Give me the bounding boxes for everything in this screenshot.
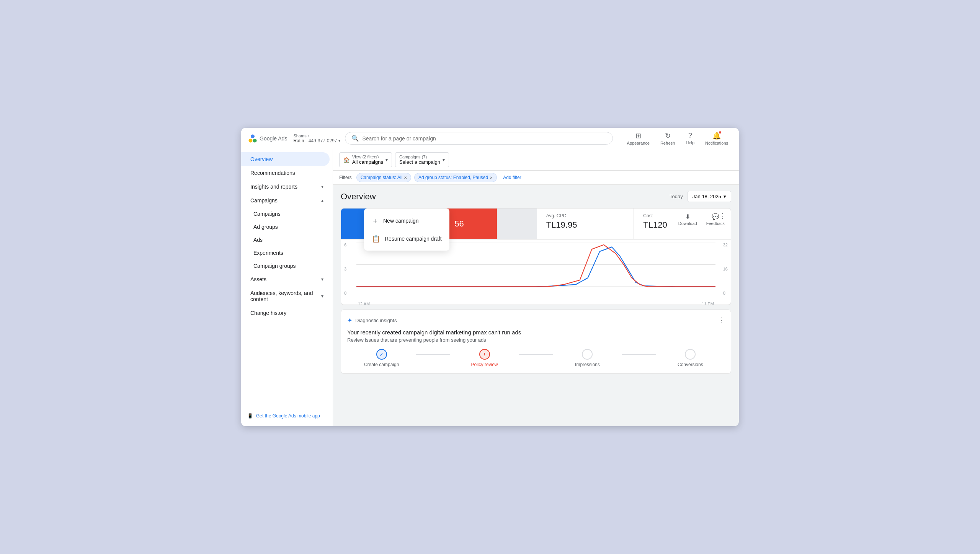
bar-chart-section: 6 56 ＋ New campaign <box>341 209 537 239</box>
mobile-app-link[interactable]: 📱 Get the Google Ads mobile app <box>247 413 327 419</box>
sidebar-section-campaigns[interactable]: Campaigns ▴ <box>241 194 333 207</box>
campaigns-chevron-icon: ▴ <box>321 198 323 203</box>
step-impressions: Impressions <box>553 349 622 367</box>
diagnostic-icon: ✦ <box>347 317 352 324</box>
refresh-icon: ↻ <box>665 132 671 140</box>
refresh-button[interactable]: ↻ Refresh <box>656 129 680 148</box>
chart-x-labels: 12 AM 11 PM <box>356 301 715 305</box>
avg-cpc-metric: Avg. CPC TL19.95 <box>537 209 634 239</box>
sidebar-section-audiences[interactable]: Audiences, keywords, and content ▾ <box>241 286 333 306</box>
sidebar-item-overview[interactable]: Overview <box>241 152 330 166</box>
y-right-mid: 16 <box>723 267 728 271</box>
search-input[interactable] <box>362 135 606 142</box>
sidebar-item-campaigns[interactable]: Campaigns <box>241 207 333 220</box>
google-ads-icon <box>247 133 258 144</box>
notifications-icon: 🔔 <box>712 132 721 140</box>
dropdown-resume-draft[interactable]: 📋 Resume campaign draft <box>364 230 449 248</box>
account-id[interactable]: Ratin 449-377-0297 ▾ <box>293 138 340 143</box>
help-label: Help <box>686 140 694 145</box>
sidebar-top: Overview Recommendations Insights and re… <box>241 152 333 320</box>
filters-label: Filters <box>339 175 352 180</box>
today-label: Today <box>670 194 683 199</box>
add-filter-label: Add filter <box>503 175 521 180</box>
diagnostic-main-text: Your recently created campaign digital m… <box>347 329 725 336</box>
y-left-max: 6 <box>344 243 346 247</box>
sidebar-section-insights[interactable]: Insights and reports ▾ <box>241 180 333 194</box>
view-select[interactable]: 🏠 View (2 filters) All campaigns ▾ <box>339 152 392 167</box>
step-create-campaign: ✓ Create campaign <box>347 349 416 367</box>
top-header: Google Ads Shams › Ratin 449-377-0297 ▾ … <box>241 128 739 149</box>
select-campaign-label: Select a campaign <box>399 159 440 165</box>
step-label-policy: Policy review <box>471 362 498 367</box>
date-picker-button[interactable]: Jan 18, 2025 ▾ <box>688 191 731 202</box>
view-label: View (2 filters) All campaigns <box>352 155 383 165</box>
campaigns-count-label: Campaigns (7) <box>399 155 440 159</box>
y-right-min: 0 <box>723 291 728 295</box>
connector-1 <box>416 354 450 355</box>
sidebar-item-recommendations[interactable]: Recommendations <box>241 166 333 180</box>
add-filter-button[interactable]: Add filter <box>500 173 524 182</box>
sidebar-item-campaign-groups[interactable]: Campaign groups <box>241 259 333 272</box>
filter-chip-ad-group-status[interactable]: Ad group status: Enabled, Paused ✕ <box>414 173 497 182</box>
bar-grey <box>497 209 537 239</box>
sidebar-section-assets[interactable]: Assets ▾ <box>241 272 333 286</box>
refresh-label: Refresh <box>660 141 675 145</box>
notifications-button[interactable]: 🔔 Notifications <box>701 129 733 148</box>
sidebar-item-experiments[interactable]: Experiments <box>241 246 333 259</box>
notification-badge <box>719 131 722 134</box>
ad-group-status-chip-label: Ad group status: Enabled, Paused <box>418 175 488 180</box>
metric-more-icon[interactable]: ⋮ <box>719 212 726 220</box>
campaigns-sub-label: Campaigns <box>253 211 281 217</box>
date-label: Jan 18, 2025 <box>693 194 721 199</box>
app-container: Google Ads Shams › Ratin 449-377-0297 ▾ … <box>241 128 739 426</box>
audiences-chevron-icon: ▾ <box>321 293 323 299</box>
appearance-button[interactable]: ⊞ Appearance <box>622 129 654 148</box>
logo-area: Google Ads Shams › Ratin 449-377-0297 ▾ <box>247 133 340 144</box>
date-chevron-icon: ▾ <box>724 194 726 199</box>
chip-close-icon[interactable]: ✕ <box>404 176 407 180</box>
audiences-label: Audiences, keywords, and content <box>250 290 321 302</box>
filters-row: Filters Campaign status: All ✕ Ad group … <box>333 171 739 185</box>
diagnostic-sub-text: Review issues that are preventing people… <box>347 337 725 343</box>
dropdown-new-campaign[interactable]: ＋ New campaign <box>364 212 449 230</box>
new-campaign-label: New campaign <box>383 218 419 224</box>
house-icon: 🏠 <box>343 157 350 163</box>
filter-chip-campaign-status[interactable]: Campaign status: All ✕ <box>356 173 411 182</box>
x-label-end: 11 PM <box>702 301 714 305</box>
header-actions: ⊞ Appearance ↻ Refresh ? Help 🔔 Notifica… <box>622 129 733 148</box>
svg-point-0 <box>249 138 253 142</box>
help-button[interactable]: ? Help <box>681 129 699 147</box>
help-icon: ? <box>688 132 692 140</box>
ads-label: Ads <box>253 237 263 243</box>
sidebar-item-change-history[interactable]: Change history <box>241 306 333 320</box>
step-label-impressions: Impressions <box>575 362 600 367</box>
sidebar-item-ads[interactable]: Ads <box>241 233 333 246</box>
sidebar-bottom: 📱 Get the Google Ads mobile app <box>241 409 333 423</box>
svg-point-2 <box>251 134 255 138</box>
date-selector: Today Jan 18, 2025 ▾ <box>670 191 731 202</box>
recommendations-label: Recommendations <box>250 170 295 176</box>
chip-close-icon2[interactable]: ✕ <box>490 176 493 180</box>
campaign-select-chevron: ▾ <box>443 157 445 163</box>
campaign-select[interactable]: Campaigns (7) Select a campaign ▾ <box>395 152 449 167</box>
search-bar: 🔍 <box>345 132 613 145</box>
change-history-label: Change history <box>250 310 286 316</box>
campaigns-section-label: Campaigns <box>250 197 278 204</box>
search-icon: 🔍 <box>351 135 359 142</box>
resume-draft-label: Resume campaign draft <box>385 236 442 242</box>
app-name-text: Google Ads <box>260 135 287 142</box>
metrics-card: ⬇ Download 💬 Feedback <box>341 208 731 305</box>
diagnostic-more-icon[interactable]: ⋮ <box>718 316 725 324</box>
sidebar-item-ad-groups[interactable]: Ad groups <box>241 220 333 233</box>
experiments-label: Experiments <box>253 250 283 256</box>
overview-title: Overview <box>341 192 376 202</box>
campaign-groups-label: Campaign groups <box>253 263 296 269</box>
plus-icon: ＋ <box>372 216 379 225</box>
svg-point-1 <box>253 138 257 142</box>
search-input-wrap[interactable]: 🔍 <box>345 132 613 145</box>
appearance-label: Appearance <box>627 141 650 145</box>
line-chart-svg <box>356 243 715 300</box>
page-content: 🏠 View (2 filters) All campaigns ▾ Campa… <box>333 149 739 426</box>
account-info: Shams › Ratin 449-377-0297 ▾ <box>293 134 340 143</box>
connector-3 <box>622 354 656 355</box>
